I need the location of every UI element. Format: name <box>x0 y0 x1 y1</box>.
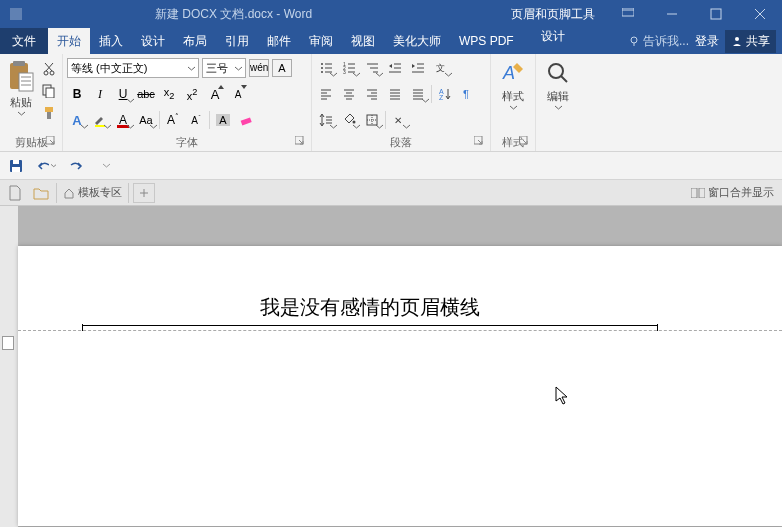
vertical-ruler[interactable] <box>0 206 18 527</box>
svg-point-16 <box>44 71 48 75</box>
asian-layout-button[interactable]: ✕ <box>389 110 409 130</box>
tab-stop-marker[interactable] <box>2 336 14 350</box>
svg-text:✕: ✕ <box>394 115 402 126</box>
document-area: 我是没有感情的页眉横线 <box>0 206 782 527</box>
minimize-button[interactable] <box>650 0 694 28</box>
chevron-down-icon <box>188 65 195 72</box>
styles-button[interactable]: A 样式 <box>495 57 531 111</box>
tab-layout[interactable]: 布局 <box>174 28 216 54</box>
document-tabs: 模板专区 窗口合并显示 <box>0 180 782 206</box>
cursor-icon <box>555 386 571 406</box>
dialog-launcher-icon[interactable] <box>295 136 305 146</box>
header-area[interactable]: 我是没有感情的页眉横线 <box>82 290 658 326</box>
subscript-button[interactable]: x2 <box>159 84 179 104</box>
svg-rect-12 <box>19 73 33 91</box>
tab-insert[interactable]: 插入 <box>90 28 132 54</box>
svg-rect-92 <box>699 188 705 198</box>
group-styles: A 样式 样式 <box>491 54 536 151</box>
add-tab-button[interactable] <box>133 183 155 203</box>
align-left-button[interactable] <box>316 84 336 104</box>
change-case-button[interactable]: Aa <box>136 110 156 130</box>
login-button[interactable]: 登录 <box>695 33 719 50</box>
close-button[interactable] <box>738 0 782 28</box>
highlight-button[interactable] <box>90 110 110 130</box>
tell-me-label: 告诉我... <box>643 33 689 50</box>
template-zone-tab[interactable]: 模板专区 <box>56 183 129 203</box>
menubar: 文件 开始 插入 设计 布局 引用 邮件 审阅 视图 美化大师 WPS PDF … <box>0 28 782 54</box>
template-zone-label: 模板专区 <box>78 185 122 200</box>
quick-access-toolbar <box>0 152 782 180</box>
save-icon <box>8 158 24 174</box>
grow-font-button[interactable]: A <box>205 84 225 104</box>
dialog-launcher-icon[interactable] <box>474 136 484 146</box>
shading-button[interactable] <box>339 110 359 130</box>
tell-me[interactable]: 告诉我... <box>628 33 689 50</box>
dialog-launcher-icon[interactable] <box>519 136 529 146</box>
numbering-button[interactable]: 123 <box>339 58 359 78</box>
ribbon-options-button[interactable] <box>606 0 650 28</box>
multilevel-list-button[interactable] <box>362 58 382 78</box>
grow-font-alt-button[interactable]: A˄ <box>163 110 183 130</box>
dialog-launcher-icon[interactable] <box>46 136 56 146</box>
copy-button[interactable] <box>40 83 58 99</box>
underline-button[interactable]: U <box>113 84 133 104</box>
borders-button[interactable] <box>362 110 382 130</box>
pilcrow-icon: ¶ <box>461 87 475 101</box>
text-effects-button[interactable]: A <box>67 110 87 130</box>
find-icon <box>546 59 570 89</box>
increase-indent-button[interactable] <box>408 58 428 78</box>
decrease-indent-button[interactable] <box>385 58 405 78</box>
distributed-button[interactable] <box>408 84 428 104</box>
tab-mailings[interactable]: 邮件 <box>258 28 300 54</box>
tab-references[interactable]: 引用 <box>216 28 258 54</box>
shrink-font-alt-button[interactable]: A˅ <box>186 110 206 130</box>
merge-display-label: 窗口合并显示 <box>708 185 774 200</box>
text-direction-button[interactable]: 文 <box>431 58 451 78</box>
shrink-font-button[interactable]: A <box>228 84 248 104</box>
phonetic-guide-button[interactable]: wén <box>249 59 269 77</box>
editing-button[interactable]: 编辑 <box>540 57 576 111</box>
qat-customize-button[interactable] <box>96 156 116 176</box>
tab-home[interactable]: 开始 <box>48 28 90 54</box>
font-color-button[interactable]: A <box>113 110 133 130</box>
merge-display-button[interactable]: 窗口合并显示 <box>691 185 778 200</box>
maximize-button[interactable] <box>694 0 738 28</box>
page[interactable]: 我是没有感情的页眉横线 <box>18 246 782 526</box>
bullets-button[interactable] <box>316 58 336 78</box>
undo-button[interactable] <box>36 156 56 176</box>
superscript-button[interactable]: x2 <box>182 84 202 104</box>
share-button[interactable]: 共享 <box>725 30 776 53</box>
file-tab[interactable]: 文件 <box>0 28 48 54</box>
cut-button[interactable] <box>40 61 58 77</box>
align-right-button[interactable] <box>362 84 382 104</box>
character-border-button[interactable]: A <box>272 59 292 77</box>
paste-button[interactable]: 粘贴 <box>4 57 38 117</box>
line-spacing-button[interactable] <box>316 110 336 130</box>
copy-icon <box>42 84 56 98</box>
font-size-combo[interactable]: 三号 <box>202 58 246 78</box>
bold-button[interactable]: B <box>67 84 87 104</box>
align-center-button[interactable] <box>339 84 359 104</box>
svg-rect-0 <box>10 8 22 20</box>
new-doc-button[interactable] <box>4 183 26 203</box>
save-button[interactable] <box>6 156 26 176</box>
show-marks-button[interactable]: ¶ <box>458 84 478 104</box>
justify-button[interactable] <box>385 84 405 104</box>
sort-button[interactable]: AZ <box>435 84 455 104</box>
tab-view[interactable]: 视图 <box>342 28 384 54</box>
format-painter-button[interactable] <box>40 105 58 121</box>
character-shading-button[interactable]: A <box>213 110 233 130</box>
open-folder-button[interactable] <box>30 183 52 203</box>
plus-icon <box>138 187 150 199</box>
tab-beautify[interactable]: 美化大师 <box>384 28 450 54</box>
tab-review[interactable]: 审阅 <box>300 28 342 54</box>
italic-button[interactable]: I <box>90 84 110 104</box>
tab-design[interactable]: 设计 <box>132 28 174 54</box>
font-name-combo[interactable]: 等线 (中文正文) <box>67 58 199 78</box>
redo-button[interactable] <box>66 156 86 176</box>
clear-formatting-button[interactable] <box>236 110 256 130</box>
strikethrough-button[interactable]: abc <box>136 84 156 104</box>
tab-context-design[interactable]: 设计 <box>495 28 610 45</box>
svg-point-28 <box>321 63 323 65</box>
svg-point-30 <box>321 67 323 69</box>
